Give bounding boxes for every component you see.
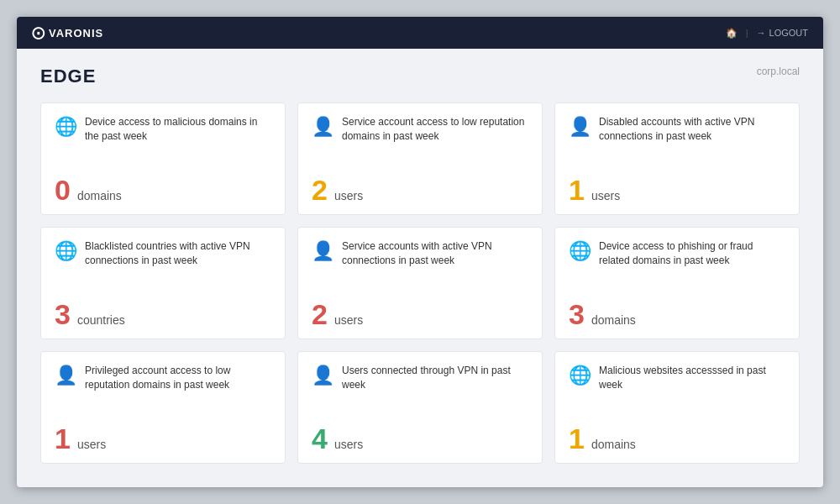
card-number: 0 [55, 176, 71, 204]
card-title: Disabled accounts with active VPN connec… [599, 115, 785, 144]
card-number: 4 [312, 424, 328, 453]
card-1[interactable]: 🌐 Device access to malicious domains in … [40, 102, 286, 215]
card-value: 2 users [312, 300, 528, 328]
card-header: 👤 Users connected through VPN in past we… [312, 364, 528, 392]
card-header: 🌐 Device access to phishing or fraud rel… [569, 239, 785, 268]
card-header: 🌐 Device access to malicious domains in … [55, 115, 271, 144]
card-header: 🌐 Blacklisted countries with active VPN … [55, 239, 271, 268]
card-icon: 👤 [312, 365, 333, 386]
home-icon[interactable]: 🏠 [726, 28, 738, 39]
topbar: ⨀ VARONIS 🏠 | → LOGOUT [17, 17, 823, 49]
card-title: Malicious websites accesssed in past wee… [599, 364, 785, 392]
card-unit: domains [591, 313, 636, 327]
domain-label: corp.local [757, 66, 800, 77]
card-number: 1 [569, 176, 585, 204]
topbar-right: 🏠 | → LOGOUT [726, 28, 808, 39]
card-6[interactable]: 🌐 Device access to phishing or fraud rel… [554, 227, 800, 339]
card-icon: 🌐 [55, 116, 76, 138]
card-number: 2 [312, 300, 328, 328]
card-value: 0 domains [55, 176, 271, 204]
separator: | [746, 28, 748, 38]
card-value: 2 users [312, 176, 528, 204]
card-icon: 👤 [312, 116, 333, 138]
card-title: Service account access to low reputation… [342, 115, 528, 144]
card-8[interactable]: 👤 Users connected through VPN in past we… [297, 351, 543, 464]
cards-grid: 🌐 Device access to malicious domains in … [40, 102, 800, 464]
card-header: 👤 Privileged account access to low reput… [55, 364, 271, 392]
card-title: Device access to phishing or fraud relat… [599, 239, 785, 268]
card-unit: countries [77, 313, 125, 327]
card-header: 🌐 Malicious websites accesssed in past w… [569, 364, 785, 392]
card-icon: 🌐 [569, 365, 591, 386]
card-number: 1 [569, 424, 585, 453]
card-unit: users [77, 438, 106, 451]
logo: ⨀ VARONIS [32, 25, 103, 40]
card-unit: domains [591, 438, 636, 451]
logo-text: VARONIS [49, 27, 103, 39]
card-5[interactable]: 👤 Service accounts with active VPN conne… [297, 227, 543, 339]
logo-icon: ⨀ [32, 25, 45, 40]
logout-icon: → [757, 28, 766, 38]
card-title: Device access to malicious domains in th… [85, 115, 271, 144]
logout-label: LOGOUT [769, 28, 808, 38]
card-number: 3 [55, 300, 71, 328]
card-unit: users [334, 438, 363, 451]
card-unit: users [334, 189, 363, 202]
card-4[interactable]: 🌐 Blacklisted countries with active VPN … [40, 227, 286, 339]
card-value: 3 countries [55, 300, 271, 328]
card-2[interactable]: 👤 Service account access to low reputati… [297, 102, 543, 215]
card-value: 1 users [569, 176, 785, 204]
card-title: Users connected through VPN in past week [342, 364, 528, 392]
page-header: EDGE corp.local [40, 66, 800, 87]
card-number: 3 [569, 300, 585, 328]
card-value: 4 users [312, 424, 528, 453]
card-value: 1 domains [569, 424, 785, 453]
card-header: 👤 Disabled accounts with active VPN conn… [569, 115, 785, 144]
page-title: EDGE [40, 66, 96, 87]
main-content: EDGE corp.local 🌐 Device access to malic… [17, 49, 823, 487]
card-icon: 👤 [312, 240, 333, 262]
card-unit: users [334, 313, 363, 327]
card-title: Blacklisted countries with active VPN co… [85, 239, 271, 268]
card-header: 👤 Service accounts with active VPN conne… [312, 239, 528, 268]
card-3[interactable]: 👤 Disabled accounts with active VPN conn… [554, 102, 800, 215]
card-7[interactable]: 👤 Privileged account access to low reput… [40, 351, 286, 464]
card-icon: 👤 [55, 365, 76, 386]
card-unit: domains [77, 189, 122, 202]
card-value: 3 domains [569, 300, 785, 328]
card-icon: 🌐 [55, 240, 76, 262]
card-value: 1 users [55, 424, 271, 453]
logout-button[interactable]: → LOGOUT [757, 28, 808, 38]
card-title: Service accounts with active VPN connect… [342, 239, 528, 268]
card-9[interactable]: 🌐 Malicious websites accesssed in past w… [554, 351, 800, 464]
card-icon: 🌐 [569, 240, 591, 262]
main-window: ⨀ VARONIS 🏠 | → LOGOUT EDGE corp.local 🌐… [17, 17, 823, 487]
card-title: Privileged account access to low reputat… [85, 364, 271, 392]
card-unit: users [591, 189, 620, 202]
card-number: 2 [312, 176, 328, 204]
card-number: 1 [55, 424, 71, 453]
card-icon: 👤 [569, 116, 591, 138]
card-header: 👤 Service account access to low reputati… [312, 115, 528, 144]
